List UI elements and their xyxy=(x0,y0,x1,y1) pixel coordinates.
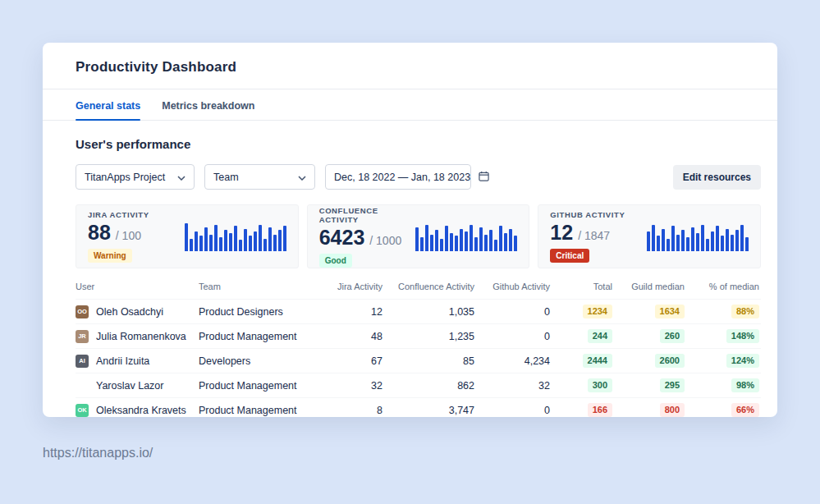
sparkline-bar xyxy=(450,233,453,251)
avatar: OO xyxy=(76,305,89,318)
sparkline-bar xyxy=(647,231,650,251)
sparkline-bar xyxy=(195,231,198,251)
section-title: User's performance xyxy=(76,137,761,151)
jira-activity-cell: 67 xyxy=(323,355,384,367)
sparkline-bar xyxy=(214,225,218,251)
total-cell: 1234 xyxy=(552,305,614,319)
sparkline-bar xyxy=(445,226,448,251)
stat-value: 6423 xyxy=(319,226,365,250)
stat-target: / 1847 xyxy=(578,229,610,242)
tab-general-stats[interactable]: General stats xyxy=(76,89,140,120)
site-url-caption: https://titanapps.io/ xyxy=(43,446,153,460)
guild-median-cell-badge: 800 xyxy=(660,403,685,417)
total-cell: 244 xyxy=(552,329,614,344)
guild-median-cell-badge: 2600 xyxy=(655,354,685,369)
column-header: Github Activity xyxy=(476,282,552,291)
github-activity-cell: 32 xyxy=(476,380,552,392)
table-row[interactable]: Yaroslav LazorProduct Management32862323… xyxy=(76,373,761,397)
total-cell-badge: 2444 xyxy=(583,354,612,369)
guild-median-cell: 800 xyxy=(614,403,686,417)
sparkline-bar xyxy=(667,239,670,251)
avatar: OK xyxy=(76,404,89,417)
sparkline-bar xyxy=(489,230,492,251)
sparkline-bar xyxy=(721,236,724,251)
chevron-down-icon xyxy=(177,172,186,183)
sparkline-bar xyxy=(219,237,222,251)
user-name: Yaroslav Lazor xyxy=(96,380,163,392)
sparkline-bar xyxy=(229,233,232,251)
confluence-activity-cell: 862 xyxy=(384,380,476,392)
sparkline-bar xyxy=(504,233,507,251)
sparkline-bar xyxy=(190,239,193,251)
tab-metrics-breakdown[interactable]: Metrics breakdown xyxy=(162,89,254,120)
github-activity-cell: 0 xyxy=(476,405,552,416)
stat-label: JIRA ACTIVITY xyxy=(88,210,149,219)
sparkline-bar xyxy=(249,236,252,251)
pct-of-median-cell-badge: 88% xyxy=(731,305,759,319)
pct-of-median-cell-badge: 148% xyxy=(726,329,759,344)
team-cell: Product Designers xyxy=(199,306,323,318)
stat-card: CONFLUENCE ACTIVITY6423/ 1000Good xyxy=(307,204,530,268)
sparkline-bar xyxy=(494,240,497,251)
sparkline-bar xyxy=(209,235,213,251)
table-row[interactable]: AIAndrii IzuitaDevelopers67854,234244426… xyxy=(76,348,761,373)
guild-median-cell: 2600 xyxy=(614,354,686,369)
edit-resources-button[interactable]: Edit resources xyxy=(673,165,761,190)
sparkline-bar xyxy=(731,235,734,251)
column-header: Jira Activity xyxy=(323,282,384,291)
filter-bar: TitanApps Project Team Dec, 18 2022 — Ja… xyxy=(76,164,761,190)
date-range-picker[interactable]: Dec, 18 2022 — Jan, 18 2023 xyxy=(325,164,471,190)
table-row[interactable]: JRJulia RomanenkovaProduct Management481… xyxy=(76,323,761,348)
sparkline-bar xyxy=(711,231,714,251)
status-badge: Warning xyxy=(88,249,132,263)
stat-target: / 1000 xyxy=(369,234,401,247)
sparkline-bar xyxy=(254,231,257,251)
confluence-activity-cell: 1,035 xyxy=(384,306,476,318)
confluence-activity-cell: 85 xyxy=(384,355,476,367)
sparkline-bar xyxy=(509,229,512,251)
table-row[interactable]: OOOleh OsadchyiProduct Designers121,0350… xyxy=(76,299,761,323)
sparkline-bar xyxy=(430,235,433,251)
user-name: Andrii Izuita xyxy=(96,355,149,367)
table-row[interactable]: OKOleksandra KravetsProduct Management83… xyxy=(76,397,761,417)
column-header: Total xyxy=(552,282,614,291)
sparkline-bar xyxy=(415,227,419,251)
sparkline-bar xyxy=(224,230,227,251)
total-cell-badge: 300 xyxy=(588,378,612,393)
guild-median-cell: 1634 xyxy=(614,305,686,319)
activity-sparkline xyxy=(647,222,749,251)
sparkline-bar xyxy=(460,229,463,251)
sparkline-bar xyxy=(273,235,277,251)
pct-of-median-cell: 88% xyxy=(686,305,761,319)
sparkline-bar xyxy=(420,237,424,251)
pct-of-median-cell: 124% xyxy=(686,354,761,369)
column-header: % of median xyxy=(686,282,761,291)
user-cell: OOOleh Osadchyi xyxy=(76,305,199,318)
stat-card: GITHUB ACTIVITY12/ 1847Critical xyxy=(538,204,761,268)
total-cell-badge: 244 xyxy=(588,329,612,344)
sparkline-bar xyxy=(716,226,719,251)
date-range-value: Dec, 18 2022 — Jan, 18 2023 xyxy=(334,172,470,183)
user-cell: AIAndrii Izuita xyxy=(76,355,199,368)
team-select[interactable]: Team xyxy=(204,164,315,190)
total-cell-badge: 1234 xyxy=(583,305,612,319)
sparkline-bar xyxy=(259,225,262,251)
sparkline-bar xyxy=(657,236,660,251)
project-select[interactable]: TitanApps Project xyxy=(76,164,195,190)
pct-of-median-cell-badge: 98% xyxy=(731,378,759,393)
jira-activity-cell: 12 xyxy=(323,306,384,318)
user-name: Julia Romanenkova xyxy=(96,331,186,342)
sparkline-bar xyxy=(440,239,443,251)
jira-activity-cell: 48 xyxy=(323,331,384,342)
sparkline-bar xyxy=(671,226,675,251)
table-body: OOOleh OsadchyiProduct Designers121,0350… xyxy=(76,299,761,417)
sparkline-bar xyxy=(283,226,286,251)
github-activity-cell: 4,234 xyxy=(476,355,552,367)
table-header-row: UserTeamJira ActivityConfluence Activity… xyxy=(76,282,761,299)
card-header: Productivity Dashboard xyxy=(43,43,777,89)
guild-median-cell-badge: 260 xyxy=(660,329,685,344)
total-cell: 166 xyxy=(552,403,614,417)
team-cell: Product Management xyxy=(199,380,323,392)
pct-of-median-cell: 148% xyxy=(686,329,761,344)
team-cell: Developers xyxy=(199,355,323,367)
